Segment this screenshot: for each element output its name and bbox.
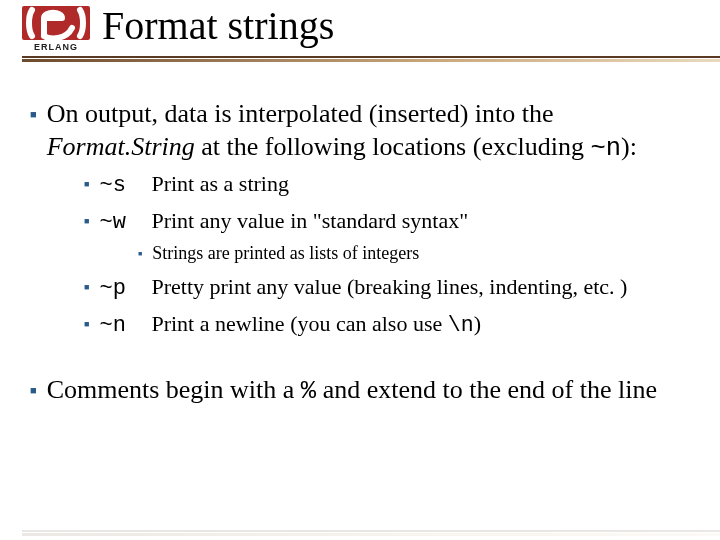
square-bullet-icon: ■ — [84, 216, 89, 228]
bullet-comments: ■ Comments begin with a % and extend to … — [30, 374, 700, 408]
intro-text-c: at the following locations (excluding — [195, 132, 591, 161]
desc-p: Pretty print any value (breaking lines, … — [151, 274, 627, 299]
square-bullet-icon: ■ — [84, 282, 89, 294]
code-s: ~s — [99, 172, 151, 201]
slide: ERLANG Format strings ■ On output, data … — [0, 0, 720, 540]
erlang-logo: ERLANG — [22, 6, 90, 52]
intro-formatstring: Format.String — [47, 132, 195, 161]
bullet-tilde-w: ■ ~wPrint any value in "standard syntax" — [84, 207, 700, 238]
comments-a: Comments begin with a — [47, 375, 301, 404]
comments-c: and extend to the end of the line — [316, 375, 657, 404]
bullet-tilde-n: ■ ~nPrint a newline (you can also use \n… — [84, 310, 700, 341]
code-w: ~w — [99, 209, 151, 238]
footer-underline-ghost — [0, 530, 720, 536]
slide-header: ERLANG Format strings — [0, 0, 720, 64]
comments-percent: % — [301, 377, 316, 406]
erlang-logo-text: ERLANG — [34, 42, 78, 52]
bullet-intro: ■ On output, data is interpolated (inser… — [30, 98, 700, 164]
vertical-spacer — [30, 340, 700, 366]
intro-text-a: On output, data is interpolated (inserte… — [47, 99, 554, 128]
square-bullet-icon: ■ — [84, 319, 89, 331]
note-text: Strings are printed as lists of integers — [152, 242, 700, 265]
bullet-tilde-s: ■ ~sPrint as a string — [84, 170, 700, 201]
square-bullet-icon: ■ — [30, 108, 37, 122]
intro-text-e: ): — [621, 132, 637, 161]
square-bullet-icon: ■ — [30, 384, 37, 398]
code-n: ~n — [99, 312, 151, 341]
bullet-note-strings: ■ Strings are printed as lists of intege… — [138, 242, 700, 265]
desc-n-a: Print a newline (you can also use — [151, 311, 447, 336]
slide-title: Format strings — [102, 2, 334, 49]
square-bullet-icon: ■ — [138, 250, 142, 259]
slide-body: ■ On output, data is interpolated (inser… — [30, 90, 700, 408]
square-bullet-icon: ■ — [84, 179, 89, 191]
desc-n-code: \n — [448, 313, 474, 337]
desc-n-c: ) — [474, 311, 481, 336]
desc-s: Print as a string — [151, 171, 289, 196]
intro-code-n: ~n — [590, 134, 621, 163]
bullet-tilde-p: ■ ~pPretty print any value (breaking lin… — [84, 273, 700, 304]
desc-w: Print any value in "standard syntax" — [151, 208, 468, 233]
title-underline — [0, 56, 720, 62]
code-p: ~p — [99, 275, 151, 304]
